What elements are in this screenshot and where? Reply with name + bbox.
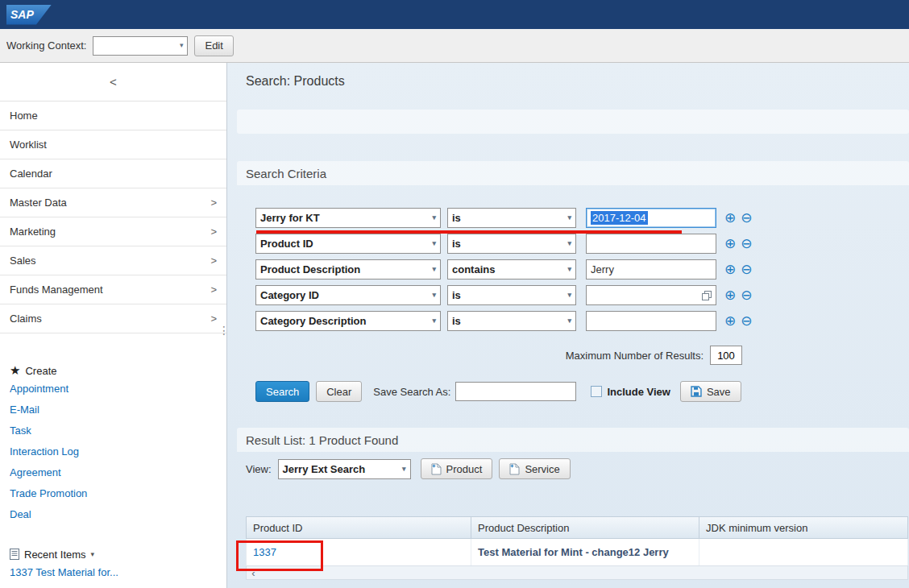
remove-row-button[interactable]: ⊖: [741, 314, 752, 328]
max-results-label: Maximum Number of Results:: [566, 350, 704, 362]
results-table-header: Product ID Product Description JDK minim…: [246, 516, 908, 539]
criteria-operator-select[interactable]: is ▾: [447, 311, 576, 331]
column-header-label: Product Description: [478, 522, 569, 534]
create-title-label: Create: [25, 365, 56, 377]
column-header-product-description[interactable]: Product Description: [471, 517, 699, 538]
create-link-interaction-log[interactable]: Interaction Log: [10, 441, 215, 462]
criteria-value-input[interactable]: [586, 285, 716, 305]
create-link-deal[interactable]: Deal: [10, 504, 215, 525]
product-id-link[interactable]: 1337: [253, 546, 276, 558]
search-button[interactable]: Search: [255, 381, 309, 402]
new-product-button[interactable]: Product: [421, 458, 493, 479]
value-help-icon[interactable]: [702, 291, 712, 300]
sidebar-item-label: Claims: [10, 313, 42, 325]
sidebar-splitter-handle[interactable]: ⋮: [218, 327, 230, 334]
remove-row-button[interactable]: ⊖: [741, 288, 752, 302]
sidebar-item-master-data[interactable]: Master Data >: [0, 188, 226, 217]
chevron-down-icon: ▾: [432, 317, 436, 325]
results-table: Product ID Product Description JDK minim…: [246, 516, 908, 580]
new-document-icon: [509, 463, 520, 475]
add-row-button[interactable]: ⊕: [724, 288, 736, 302]
working-context-select[interactable]: ▾: [93, 36, 188, 56]
column-header-product-id[interactable]: Product ID: [247, 517, 471, 538]
criteria-field-select[interactable]: Category Description ▾: [255, 311, 441, 331]
criteria-value-input[interactable]: [586, 311, 716, 331]
criteria-value-input[interactable]: 2017-12-04: [586, 208, 716, 228]
create-section: ★ Create Appointment E-Mail Task Interac…: [0, 362, 226, 525]
chevron-down-icon: ▾: [432, 214, 436, 222]
product-button-label: Product: [446, 463, 483, 475]
main-content: Search: Products Search Criteria Jerry f…: [227, 63, 909, 588]
sidebar-collapse-button[interactable]: <: [0, 63, 226, 101]
criteria-field-select[interactable]: Category ID ▾: [255, 285, 441, 305]
criteria-value-input[interactable]: Jerry: [586, 259, 716, 280]
remove-row-button[interactable]: ⊖: [741, 237, 752, 251]
chevron-down-icon: ▾: [567, 292, 571, 299]
criteria-field-select[interactable]: Product ID ▾: [255, 234, 441, 254]
chevron-down-icon: ▾: [432, 240, 436, 247]
criteria-operator-select[interactable]: is ▾: [447, 285, 576, 305]
max-results-input[interactable]: [710, 346, 742, 365]
view-select-value: Jerry Ext Search: [283, 463, 366, 475]
save-button[interactable]: Save: [680, 381, 741, 402]
result-list-header: Result List: 1 Product Found: [237, 428, 909, 452]
view-select[interactable]: Jerry Ext Search ▾: [278, 459, 411, 479]
operator-select-value: is: [452, 212, 461, 224]
sidebar-item-home[interactable]: Home: [0, 101, 226, 130]
criteria-value-input[interactable]: [586, 234, 716, 254]
recent-items-header[interactable]: Recent Items ▾: [10, 546, 226, 562]
chevron-right-icon: >: [210, 284, 217, 296]
create-link-email[interactable]: E-Mail: [10, 400, 215, 420]
criteria-operator-select[interactable]: is ▾: [447, 208, 576, 228]
table-row: 1337 Test Material for Mint - change12 J…: [246, 539, 908, 566]
new-document-icon: [431, 463, 442, 475]
criteria-field-select[interactable]: Product Description ▾: [255, 259, 441, 280]
new-service-button[interactable]: Service: [499, 458, 570, 479]
collapse-icon: <: [110, 75, 117, 89]
sidebar-item-marketing[interactable]: Marketing >: [0, 217, 226, 246]
criteria-field-select[interactable]: Jerry for KT ▾: [255, 208, 441, 228]
create-link-task[interactable]: Task: [10, 420, 215, 441]
scroll-left-icon[interactable]: ‹: [247, 567, 260, 579]
cell-jdk-minimum-version: [699, 539, 908, 565]
search-criteria-form: Jerry for KT ▾ is ▾ 2017-12-04 ⊕ ⊖ Produ…: [255, 208, 909, 331]
service-button-label: Service: [525, 463, 559, 475]
sidebar-item-claims[interactable]: Claims >: [0, 304, 226, 333]
result-view-row: View: Jerry Ext Search ▾ Product: [246, 458, 909, 479]
remove-row-button[interactable]: ⊖: [741, 263, 752, 276]
clear-button[interactable]: Clear: [316, 381, 362, 402]
sidebar-item-label: Calendar: [10, 168, 52, 180]
chevron-down-icon: ▾: [567, 317, 571, 325]
column-header-jdk-minimum-version[interactable]: JDK minimum version: [699, 517, 908, 538]
sidebar-item-label: Marketing: [10, 226, 56, 238]
create-section-title: ★ Create: [10, 362, 226, 379]
horizontal-scrollbar[interactable]: ‹: [246, 566, 908, 580]
add-row-button[interactable]: ⊕: [724, 263, 736, 276]
chevron-right-icon: >: [210, 197, 217, 209]
add-row-button[interactable]: ⊕: [724, 211, 736, 225]
chevron-down-icon: ▾: [567, 266, 571, 273]
sidebar-item-sales[interactable]: Sales >: [0, 246, 226, 275]
edit-button[interactable]: Edit: [194, 35, 233, 56]
operator-select-value: contains: [452, 263, 495, 275]
sidebar-item-worklist[interactable]: Worklist: [0, 130, 226, 159]
add-row-button[interactable]: ⊕: [724, 237, 736, 251]
column-header-label: JDK minimum version: [706, 522, 807, 534]
field-select-value: Category Description: [260, 315, 366, 327]
create-link-appointment[interactable]: Appointment: [10, 379, 215, 400]
sap-header-bar: SAP: [0, 0, 909, 29]
include-view-checkbox[interactable]: [591, 386, 602, 397]
sap-logo-text: SAP: [10, 8, 34, 21]
save-search-as-input[interactable]: [455, 382, 576, 401]
sidebar-item-calendar[interactable]: Calendar: [0, 159, 226, 188]
create-link-trade-promotion[interactable]: Trade Promotion: [10, 483, 215, 504]
cell-product-description: Test Material for Mint - change12 Jerry: [471, 539, 699, 565]
sidebar-item-label: Home: [10, 110, 38, 122]
sidebar-item-funds-management[interactable]: Funds Management >: [0, 275, 226, 304]
add-row-button[interactable]: ⊕: [724, 314, 736, 328]
recent-item-link[interactable]: 1337 Test Material for...: [10, 562, 215, 583]
criteria-operator-select[interactable]: is ▾: [447, 234, 576, 254]
criteria-operator-select[interactable]: contains ▾: [447, 259, 576, 280]
remove-row-button[interactable]: ⊖: [741, 211, 752, 225]
create-link-agreement[interactable]: Agreement: [10, 462, 215, 483]
